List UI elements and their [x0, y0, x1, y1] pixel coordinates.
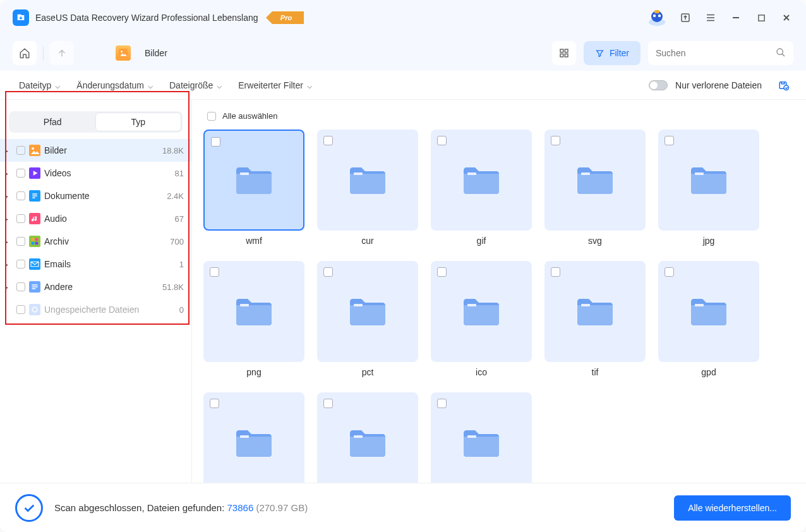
menu-icon[interactable]: [704, 11, 718, 25]
assistant-icon[interactable]: [647, 8, 667, 28]
lost-files-toggle[interactable]: [649, 80, 668, 90]
expand-caret-icon[interactable]: ▸: [5, 261, 13, 268]
tree-item-audio[interactable]: ▸Audio67: [0, 207, 191, 230]
folder-checkbox[interactable]: [551, 136, 560, 145]
tree-checkbox[interactable]: [16, 169, 25, 178]
tree-checkbox[interactable]: [16, 237, 25, 246]
folder-checkbox[interactable]: [551, 267, 560, 277]
folder-name: ico: [476, 367, 487, 377]
folder-checkbox[interactable]: [210, 399, 219, 408]
share-icon[interactable]: [678, 11, 692, 25]
folder-card: svg: [544, 130, 646, 246]
folder-checkbox[interactable]: [437, 136, 447, 145]
tree-item-andere[interactable]: ▸Andere51.8K: [0, 275, 191, 298]
home-button[interactable]: [13, 41, 37, 65]
folder-thumbnail[interactable]: [658, 130, 759, 231]
folder-checkbox[interactable]: [211, 137, 220, 147]
folder-thumbnail[interactable]: [431, 130, 532, 231]
content-pane: Alle auswählen wmfcurgifsvgjpgpngpcticot…: [192, 100, 806, 483]
tree-item-bilder[interactable]: ▸Bilder18.8K: [0, 139, 191, 162]
folder-thumbnail[interactable]: [658, 261, 759, 362]
category-count: 51.8K: [162, 282, 184, 292]
category-count: 0: [179, 305, 184, 315]
tree-checkbox[interactable]: [16, 260, 25, 269]
expand-caret-icon[interactable]: ▸: [5, 193, 13, 200]
filter-filetype[interactable]: Dateityp⌵: [13, 76, 66, 94]
folder-checkbox[interactable]: [437, 267, 447, 277]
tab-path[interactable]: Pfad: [10, 112, 95, 131]
svg-rect-9: [119, 49, 128, 57]
expand-caret-icon[interactable]: ▸: [5, 238, 13, 245]
folder-thumbnail[interactable]: [431, 261, 532, 362]
select-all-checkbox[interactable]: [207, 112, 216, 121]
tree-item-emails[interactable]: ▸Emails1: [0, 253, 191, 275]
folder-name: tif: [592, 367, 599, 377]
folder-thumbnail[interactable]: [203, 130, 304, 231]
toolbar: Bilder Filter: [0, 35, 806, 71]
folder-card: [317, 392, 418, 483]
folder-checkbox[interactable]: [210, 267, 219, 277]
category-label: Emails: [44, 259, 176, 269]
folder-thumbnail[interactable]: [544, 130, 646, 231]
folder-checkbox[interactable]: [665, 267, 674, 277]
breadcrumb-image-icon: [116, 45, 131, 61]
search-input[interactable]: [656, 48, 776, 58]
expand-caret-icon[interactable]: ▸: [5, 147, 13, 154]
category-count: 2.4K: [167, 191, 184, 201]
svg-rect-45: [240, 435, 249, 438]
filter-advanced[interactable]: Erweiterter Filter⌵: [232, 76, 318, 94]
svg-point-15: [777, 49, 783, 54]
lost-files-label: Nur verlorene Dateien: [675, 80, 762, 90]
select-all-row[interactable]: Alle auswählen: [203, 109, 795, 130]
folder-thumbnail[interactable]: [203, 261, 304, 362]
grid-view-button[interactable]: [552, 41, 576, 65]
search-icon[interactable]: [776, 47, 786, 59]
search-box[interactable]: [648, 41, 793, 65]
folder-thumbnail[interactable]: [317, 130, 418, 231]
filter-button[interactable]: Filter: [584, 41, 641, 65]
expand-caret-icon[interactable]: ▸: [5, 215, 13, 222]
recover-all-button[interactable]: Alle wiederherstellen...: [674, 495, 791, 521]
svg-rect-23: [29, 236, 40, 247]
folder-thumbnail[interactable]: [203, 392, 304, 483]
tab-type[interactable]: Typ: [95, 112, 182, 131]
folder-thumbnail[interactable]: [317, 261, 418, 362]
svg-point-4: [653, 15, 656, 17]
tree-checkbox[interactable]: [16, 305, 25, 314]
svg-rect-40: [240, 304, 249, 306]
tree-checkbox[interactable]: [16, 282, 25, 291]
folder-checkbox[interactable]: [323, 399, 333, 408]
category-icon: [29, 145, 40, 156]
tree-item-dokumente[interactable]: ▸Dokumente2.4K: [0, 184, 191, 207]
tree-item-ungespeicherte-dateien[interactable]: Ungespeicherte Dateien0: [0, 298, 191, 321]
folder-checkbox[interactable]: [323, 136, 333, 145]
folder-card: [431, 392, 532, 483]
category-label: Audio: [44, 214, 171, 224]
folder-thumbnail[interactable]: [431, 392, 532, 483]
tree-item-videos[interactable]: ▸Videos81: [0, 162, 191, 184]
tree-checkbox[interactable]: [16, 146, 25, 155]
category-icon: [29, 258, 40, 270]
svg-rect-33: [29, 304, 40, 315]
expand-caret-icon[interactable]: ▸: [5, 284, 13, 291]
folder-checkbox[interactable]: [665, 136, 674, 145]
folder-name: svg: [588, 236, 602, 246]
up-button[interactable]: [50, 41, 74, 65]
minimize-button[interactable]: [729, 11, 743, 25]
filter-date[interactable]: Änderungsdatum⌵: [70, 76, 159, 94]
folder-card: ico: [431, 261, 532, 377]
folder-thumbnail[interactable]: [544, 261, 646, 362]
expand-caret-icon[interactable]: ▸: [5, 170, 13, 177]
filter-size[interactable]: Dateigröße⌵: [163, 76, 228, 94]
category-icon: [29, 190, 40, 202]
tree-item-archiv[interactable]: ▸Archiv700: [0, 230, 191, 253]
close-button[interactable]: [779, 11, 793, 25]
tree-checkbox[interactable]: [16, 214, 25, 223]
maximize-button[interactable]: [754, 11, 768, 25]
save-scan-button[interactable]: [774, 76, 793, 95]
tree-checkbox[interactable]: [16, 191, 25, 200]
folder-checkbox[interactable]: [437, 399, 447, 408]
status-text: Scan abgeschlossen, Dateien gefunden: 73…: [54, 502, 308, 513]
folder-checkbox[interactable]: [323, 267, 333, 277]
folder-thumbnail[interactable]: [317, 392, 418, 483]
